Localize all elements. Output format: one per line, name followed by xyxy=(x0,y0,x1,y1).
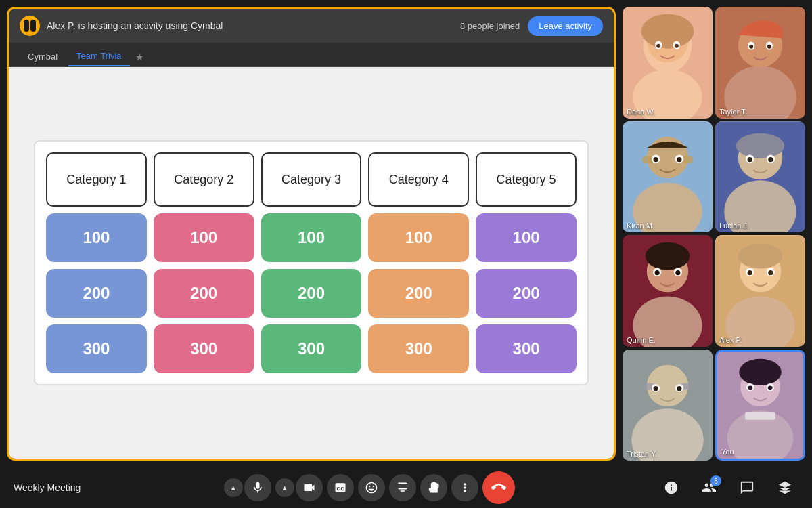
score-card-2-300[interactable]: 300 xyxy=(154,324,254,373)
participant-name-quinn: Quinn E. xyxy=(627,336,656,344)
people-button[interactable]: 8 xyxy=(696,474,723,501)
score-card-3-200[interactable]: 200 xyxy=(261,269,362,318)
tab-cymbal[interactable]: Cymbal xyxy=(20,47,66,66)
participant-tile-taylor[interactable]: Taylor T. xyxy=(715,7,805,119)
info-icon xyxy=(664,480,679,495)
svg-rect-1 xyxy=(30,20,36,32)
star-icon[interactable]: ★ xyxy=(135,51,144,62)
score-card-4-200[interactable]: 200 xyxy=(368,269,469,318)
svg-rect-0 xyxy=(24,20,29,32)
people-count: 8 people joined xyxy=(460,21,520,31)
svg-point-33 xyxy=(748,157,752,162)
participant-avatar-alex xyxy=(715,235,805,347)
trivia-board: Category 1 Category 2 Category 3 Categor… xyxy=(9,67,614,459)
score-card-1-100[interactable]: 100 xyxy=(46,213,147,262)
present-icon xyxy=(396,481,409,494)
svg-point-16 xyxy=(749,45,753,49)
more-options-icon xyxy=(458,481,472,494)
leave-activity-button[interactable]: Leave activity xyxy=(528,16,603,36)
participant-face-tristan xyxy=(623,350,713,461)
more-options-button[interactable] xyxy=(451,474,478,501)
participant-name-you: You xyxy=(721,448,734,456)
participant-tile-tristan[interactable]: Tristan Y. xyxy=(623,350,713,461)
score-card-2-100[interactable]: 100 xyxy=(154,213,254,262)
svg-point-60 xyxy=(648,371,687,387)
present-button[interactable] xyxy=(389,474,416,501)
participant-face-quinn xyxy=(623,235,713,347)
participant-name-dana: Dana W. xyxy=(627,108,655,116)
raise-hand-icon xyxy=(427,481,441,494)
participant-face-you xyxy=(717,352,803,459)
participants-panel: Dana W. Taylor T. xyxy=(623,0,812,467)
end-call-icon xyxy=(491,480,506,495)
emoji-button[interactable] xyxy=(358,474,385,501)
participant-avatar-tristan xyxy=(623,350,713,461)
participant-name-alex: Alex P. xyxy=(719,336,742,344)
svg-point-42 xyxy=(675,270,680,275)
end-call-button[interactable] xyxy=(482,471,515,504)
category-5-header: Category 5 xyxy=(476,152,577,207)
participant-avatar-taylor xyxy=(715,7,805,119)
participant-name-tristan: Tristan Y. xyxy=(627,450,657,458)
participant-tile-kiran[interactable]: Kiran M. xyxy=(623,121,713,233)
camera-chevron-button[interactable]: ▲ xyxy=(275,478,294,497)
participant-tile-you[interactable]: You xyxy=(715,350,805,461)
category-4-header: Category 4 xyxy=(368,152,469,207)
participant-name-kiran: Kiran M. xyxy=(627,221,654,230)
mic-icon xyxy=(251,481,265,494)
info-button[interactable] xyxy=(658,474,685,501)
category-1-header: Category 1 xyxy=(46,152,147,207)
people-badge: 8 xyxy=(710,475,721,486)
toolbar-center: ▲ ▲ xyxy=(224,471,515,504)
score-card-1-300[interactable]: 300 xyxy=(46,324,147,373)
svg-point-26 xyxy=(677,157,681,162)
camera-icon xyxy=(302,481,316,494)
cymbal-logo xyxy=(20,16,40,36)
svg-point-38 xyxy=(646,242,690,270)
svg-point-46 xyxy=(738,244,782,269)
header-left: Alex P. is hosting an activity using Cym… xyxy=(20,16,223,36)
score-card-5-300[interactable]: 300 xyxy=(476,324,577,373)
mic-chevron-button[interactable]: ▲ xyxy=(224,478,243,497)
participant-tile-alex[interactable]: Alex P. xyxy=(715,235,805,347)
participant-avatar-you xyxy=(717,352,803,459)
svg-point-17 xyxy=(767,45,771,49)
svg-point-9 xyxy=(656,44,660,48)
svg-point-6 xyxy=(641,14,694,49)
score-card-2-200[interactable]: 200 xyxy=(154,269,254,318)
svg-point-64 xyxy=(739,358,782,385)
score-card-4-100[interactable]: 100 xyxy=(368,213,469,262)
participant-face-dana xyxy=(623,7,713,119)
chat-button[interactable] xyxy=(734,474,761,501)
svg-rect-69 xyxy=(745,412,775,420)
participant-tile-lucian[interactable]: Lucian J. xyxy=(715,121,805,233)
participant-avatar-lucian xyxy=(715,121,805,233)
category-2-header: Category 2 xyxy=(154,152,254,207)
score-card-3-100[interactable]: 100 xyxy=(261,213,362,262)
activity-header: Alex P. is hosting an activity using Cym… xyxy=(9,9,614,43)
svg-point-58 xyxy=(654,386,658,391)
participant-tile-dana[interactable]: Dana W. xyxy=(623,7,713,119)
score-card-3-300[interactable]: 300 xyxy=(261,324,362,373)
svg-point-59 xyxy=(677,386,681,391)
participant-face-alex xyxy=(715,235,805,347)
participant-face-taylor xyxy=(715,7,805,119)
svg-point-34 xyxy=(768,157,773,162)
score-card-1-200[interactable]: 200 xyxy=(46,269,147,318)
participant-tile-quinn[interactable]: Quinn E. xyxy=(623,235,713,347)
score-card-5-200[interactable]: 200 xyxy=(476,269,577,318)
activities-button[interactable] xyxy=(771,474,798,501)
svg-point-41 xyxy=(655,270,660,275)
svg-point-25 xyxy=(654,157,658,162)
activity-panel: Alex P. is hosting an activity using Cym… xyxy=(0,0,623,467)
score-card-4-300[interactable]: 300 xyxy=(368,324,469,373)
raise-hand-button[interactable] xyxy=(420,474,447,501)
svg-point-30 xyxy=(736,133,785,158)
captions-button[interactable] xyxy=(327,474,354,501)
tab-team-trivia[interactable]: Team Trivia xyxy=(68,47,129,66)
score-card-5-100[interactable]: 100 xyxy=(476,213,577,262)
svg-point-67 xyxy=(748,385,752,390)
activities-icon xyxy=(777,480,792,495)
camera-button[interactable] xyxy=(296,474,323,501)
mic-button[interactable] xyxy=(244,474,271,501)
